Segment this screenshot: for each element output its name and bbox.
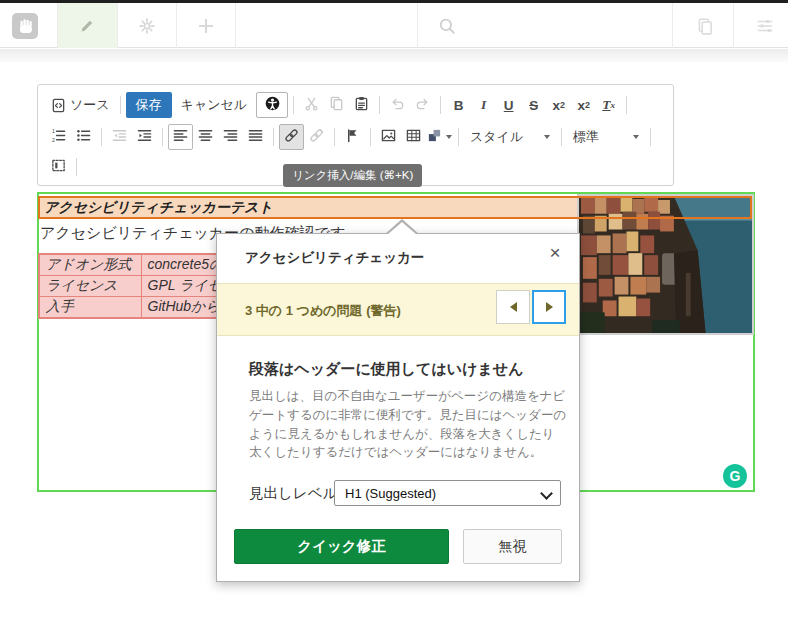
cut-button[interactable]: [299, 92, 324, 118]
strikethrough-button[interactable]: S: [521, 92, 546, 118]
issue-banner: 3 中の 1 つめの問題 (警告): [217, 283, 579, 336]
arrow-right-icon: [546, 302, 553, 312]
problem-description: 見出しは、目の不自由なユーザーがページの構造をナビゲートするのに非常に便利です。…: [249, 387, 567, 462]
pages-button[interactable]: [688, 3, 722, 48]
source-button[interactable]: ソース: [46, 92, 115, 118]
dialog-title: アクセシビリティチェッカー: [245, 249, 424, 267]
bulleted-list-button[interactable]: [71, 124, 96, 150]
accessibility-checker-button[interactable]: [256, 92, 288, 118]
source-icon: [51, 98, 66, 113]
align-right-button[interactable]: [218, 124, 243, 150]
undo-icon: [390, 96, 405, 114]
link-button[interactable]: [279, 124, 304, 150]
numbered-list-icon: 12: [51, 128, 66, 146]
italic-button[interactable]: I: [471, 92, 496, 118]
image-button[interactable]: [376, 124, 401, 150]
heading-level-select[interactable]: H1 (Suggested): [334, 480, 561, 506]
concrete5-logo[interactable]: [12, 13, 38, 39]
concrete5-toolbar: [0, 0, 788, 48]
superscript-button[interactable]: x2: [571, 92, 596, 118]
align-center-icon: [198, 128, 213, 146]
remove-format-button[interactable]: Tx: [596, 92, 621, 118]
accessibility-checker-dialog: アクセシビリティチェッカー × 3 中の 1 つめの問題 (警告) 段落はヘッダ…: [216, 233, 580, 582]
outdent-button[interactable]: [107, 124, 132, 150]
redo-icon: [415, 96, 430, 114]
gear-icon: [138, 17, 156, 35]
table-button[interactable]: [401, 124, 426, 150]
hand-icon: [16, 17, 34, 35]
close-icon[interactable]: ×: [544, 242, 566, 264]
next-issue-button[interactable]: [532, 290, 566, 324]
align-left-icon: [173, 128, 188, 146]
settings-button[interactable]: [117, 3, 176, 48]
format-dropdown[interactable]: 標準: [567, 128, 645, 146]
redo-button[interactable]: [410, 92, 435, 118]
svg-text:1: 1: [52, 128, 55, 134]
align-center-button[interactable]: [193, 124, 218, 150]
insert-block-button[interactable]: [426, 124, 453, 150]
search-button[interactable]: [430, 3, 464, 48]
justify-icon: [248, 128, 263, 146]
heading-level-select-wrap: H1 (Suggested): [334, 480, 561, 506]
pencil-icon: [78, 17, 96, 35]
problem-title: 段落はヘッダーに使用してはいけません: [249, 360, 524, 379]
grammarly-button[interactable]: G: [723, 464, 747, 488]
edit-mode-button[interactable]: [57, 3, 117, 48]
styles-dropdown[interactable]: スタイル: [464, 128, 556, 146]
chevron-down-icon: [544, 135, 550, 139]
quick-fix-button[interactable]: クイック修正: [234, 529, 449, 564]
outdent-icon: [112, 128, 127, 146]
table-icon: [406, 128, 421, 146]
pages-icon: [696, 17, 714, 35]
page-shadow-band: [0, 49, 788, 62]
previous-issue-button[interactable]: [496, 290, 530, 324]
add-button[interactable]: [176, 3, 235, 48]
paste-icon: [354, 96, 369, 114]
show-blocks-icon: [51, 158, 66, 176]
scissors-icon: [304, 96, 319, 114]
dialog-caret-fill: [387, 222, 417, 235]
heading-level-label: 見出しレベル:: [249, 484, 341, 503]
copy-icon: [329, 96, 344, 114]
underline-button[interactable]: U: [496, 92, 521, 118]
image-icon: [381, 128, 396, 146]
content-heading-text: アクセシビリティチェッカーテスト: [40, 199, 273, 217]
subscript-button[interactable]: x2: [546, 92, 571, 118]
anchor-flag-icon: [345, 128, 360, 146]
link-icon: [284, 128, 299, 146]
anchor-button[interactable]: [340, 124, 365, 150]
accessibility-icon: [265, 96, 280, 114]
align-left-button[interactable]: [168, 124, 193, 150]
sliders-icon: [756, 17, 774, 35]
issue-status-text: 3 中の 1 つめの問題 (警告): [245, 302, 401, 320]
arrow-left-icon: [510, 302, 517, 312]
indent-icon: [137, 128, 152, 146]
ignore-button[interactable]: 無視: [463, 529, 562, 564]
indent-button[interactable]: [132, 124, 157, 150]
align-right-icon: [223, 128, 238, 146]
site-settings-button[interactable]: [748, 3, 782, 48]
svg-text:2: 2: [52, 137, 55, 143]
link-tooltip: リンク挿入/編集 (⌘+K): [283, 164, 422, 187]
bold-button[interactable]: B: [446, 92, 471, 118]
search-icon: [438, 17, 456, 35]
content-heading[interactable]: アクセシビリティチェッカーテスト: [38, 196, 752, 219]
bulleted-list-icon: [76, 128, 91, 146]
copy-button[interactable]: [324, 92, 349, 118]
show-blocks-button[interactable]: [46, 154, 71, 180]
save-button[interactable]: 保存: [126, 92, 172, 118]
plus-icon: [197, 17, 215, 35]
unlink-button[interactable]: [304, 124, 329, 150]
chevron-down-icon: [446, 135, 452, 139]
cancel-button[interactable]: キャンセル: [172, 92, 257, 118]
block-icon: [427, 128, 442, 146]
unlink-icon: [309, 128, 324, 146]
chevron-down-icon: [633, 135, 639, 139]
numbered-list-button[interactable]: 12: [46, 124, 71, 150]
justify-button[interactable]: [243, 124, 268, 150]
paste-button[interactable]: [349, 92, 374, 118]
undo-button[interactable]: [385, 92, 410, 118]
